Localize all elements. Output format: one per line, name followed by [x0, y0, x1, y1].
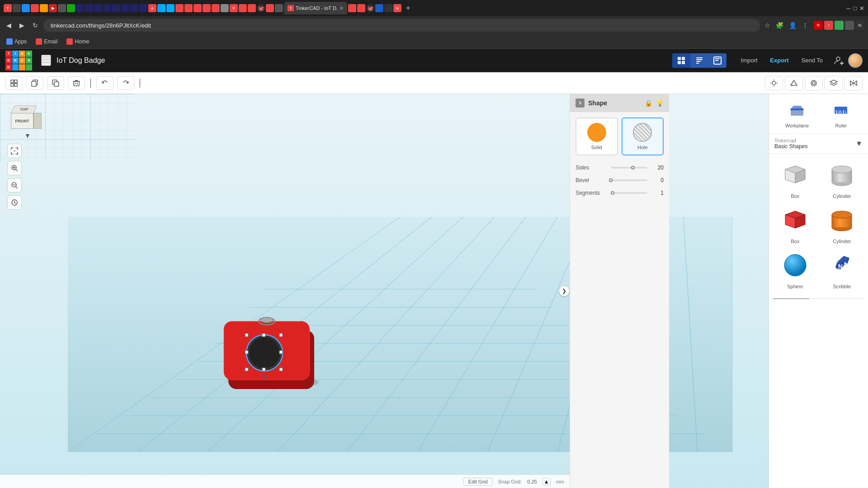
- tab-favicon-18[interactable]: [157, 4, 165, 12]
- tab-favicon-3[interactable]: [22, 4, 30, 12]
- undo-button[interactable]: [96, 76, 113, 90]
- segments-slider-thumb[interactable]: [611, 191, 614, 195]
- fit-view-button[interactable]: [7, 144, 22, 158]
- tab-favicon-21[interactable]: [184, 4, 193, 12]
- menu-button[interactable]: [41, 55, 51, 66]
- solid-option[interactable]: Solid: [576, 117, 618, 155]
- shape-item-sphere[interactable]: Sphere: [774, 249, 816, 289]
- ext-icon-2[interactable]: !: [824, 21, 833, 30]
- new-shape-button[interactable]: [5, 76, 23, 90]
- bookmark-button[interactable]: ☆: [763, 20, 772, 31]
- import-button[interactable]: Import: [736, 54, 763, 66]
- new-tab-button[interactable]: +: [403, 3, 413, 13]
- group-button[interactable]: [805, 76, 823, 90]
- panel-collapse-button[interactable]: [576, 99, 585, 108]
- panel-collapse-arrow[interactable]: ❯: [559, 286, 570, 296]
- tab-favicon-2[interactable]: [13, 4, 21, 12]
- tab-favicon-25[interactable]: [221, 4, 229, 12]
- light-button[interactable]: [765, 76, 783, 90]
- tab-favicon-31[interactable]: [275, 4, 283, 12]
- tab-favicon-22[interactable]: [193, 4, 202, 12]
- sendto-button[interactable]: Send To: [796, 54, 828, 66]
- tab-favicon-4[interactable]: [31, 4, 39, 12]
- tab-favicon-26[interactable]: Y: [230, 4, 238, 12]
- profile-button[interactable]: 👤: [787, 20, 798, 31]
- view-3d-button[interactable]: [672, 53, 690, 68]
- settings-button[interactable]: ⋮: [800, 20, 810, 31]
- tab-favicon-29[interactable]: 🐙: [257, 4, 265, 12]
- tab-favicon-20[interactable]: [175, 4, 184, 12]
- viewport[interactable]: TOP FRONT ▼: [0, 94, 769, 488]
- layers-button[interactable]: [825, 76, 843, 90]
- badge-object[interactable]: [217, 296, 330, 398]
- zoom-in-button[interactable]: [7, 161, 22, 175]
- workplane-button[interactable]: Workplane: [785, 99, 809, 128]
- tab-favicon-6[interactable]: ▶: [49, 4, 57, 12]
- tab-favicon-24[interactable]: [212, 4, 220, 12]
- bookmark-home[interactable]: Home: [64, 38, 92, 46]
- forward-button[interactable]: ▶: [17, 20, 27, 31]
- copy-button[interactable]: [26, 76, 43, 90]
- tab-favicon-14[interactable]: [121, 4, 129, 12]
- export-button[interactable]: Export: [764, 54, 794, 66]
- ext-icon-1[interactable]: R: [814, 21, 823, 30]
- view-schematic-button[interactable]: [690, 53, 708, 68]
- edit-grid-button[interactable]: Edit Grid: [463, 478, 493, 486]
- tab-favicon-37[interactable]: N: [393, 4, 401, 12]
- tab-favicon-9[interactable]: [76, 4, 84, 12]
- tab-favicon-17[interactable]: A: [148, 4, 156, 12]
- tab-favicon-35[interactable]: [375, 4, 383, 12]
- ruler-button[interactable]: Ruler: [830, 99, 852, 128]
- zoom-out-button[interactable]: [7, 178, 22, 192]
- tab-favicon-10[interactable]: [85, 4, 93, 12]
- bevel-slider-thumb[interactable]: [609, 178, 613, 182]
- mirror-button[interactable]: [844, 76, 863, 90]
- tab-close-active[interactable]: ✕: [340, 5, 344, 11]
- tab-favicon-11[interactable]: [94, 4, 102, 12]
- tab-favicon-15[interactable]: [130, 4, 138, 12]
- bookmark-apps[interactable]: Apps: [4, 38, 29, 46]
- add-collaborator-button[interactable]: [834, 55, 844, 66]
- close-button[interactable]: ✕: [859, 5, 864, 12]
- bevel-slider[interactable]: [611, 179, 647, 181]
- hole-option[interactable]: Hole: [622, 117, 664, 155]
- tab-favicon-12[interactable]: [103, 4, 111, 12]
- delete-button[interactable]: [68, 76, 85, 90]
- tab-favicon-1[interactable]: T: [4, 4, 12, 12]
- shape-item-cylinder-gray[interactable]: Cylinder: [821, 159, 863, 199]
- tab-favicon-13[interactable]: [112, 4, 120, 12]
- refresh-button[interactable]: ↻: [30, 20, 41, 31]
- segments-slider[interactable]: [611, 192, 647, 194]
- tab-favicon-5[interactable]: [40, 4, 48, 12]
- shape-tool-button[interactable]: [785, 76, 803, 90]
- ext-icon-5[interactable]: N: [855, 21, 864, 30]
- maximize-button[interactable]: □: [853, 5, 857, 12]
- redo-button[interactable]: [117, 76, 134, 90]
- ext-icon-4[interactable]: [845, 21, 854, 30]
- sides-slider-thumb[interactable]: [631, 166, 635, 169]
- bookmark-email[interactable]: Email: [33, 38, 60, 46]
- shape-item-cylinder-orange[interactable]: Cylinder: [821, 204, 863, 244]
- library-dropdown-button[interactable]: ▼: [855, 140, 863, 148]
- view-code-button[interactable]: [708, 53, 726, 68]
- profile-avatar[interactable]: [848, 53, 863, 68]
- tab-favicon-19[interactable]: [166, 4, 175, 12]
- ext-icon-3[interactable]: [835, 21, 844, 30]
- tab-favicon-27[interactable]: [239, 4, 247, 12]
- tab-favicon-33[interactable]: [357, 4, 365, 12]
- shape-item-box-gray[interactable]: Box: [774, 159, 816, 199]
- sides-slider[interactable]: [611, 167, 647, 169]
- tab-favicon-8[interactable]: [67, 4, 75, 12]
- duplicate-button[interactable]: [47, 76, 64, 90]
- tab-favicon-28[interactable]: [248, 4, 256, 12]
- active-tab[interactable]: T TinkerCAD - IoT D... ✕: [284, 2, 347, 14]
- view-cube[interactable]: TOP FRONT ▼: [7, 101, 43, 137]
- tab-favicon-32[interactable]: [348, 4, 356, 12]
- shape-item-scribble[interactable]: N Scribble: [821, 249, 863, 289]
- back-button[interactable]: ◀: [4, 20, 14, 31]
- shape-item-box-red[interactable]: Box: [774, 204, 816, 244]
- orient-button[interactable]: [7, 195, 22, 210]
- tab-favicon-30[interactable]: [266, 4, 274, 12]
- address-bar[interactable]: [43, 19, 760, 32]
- lock-icon[interactable]: 🔒: [645, 99, 652, 107]
